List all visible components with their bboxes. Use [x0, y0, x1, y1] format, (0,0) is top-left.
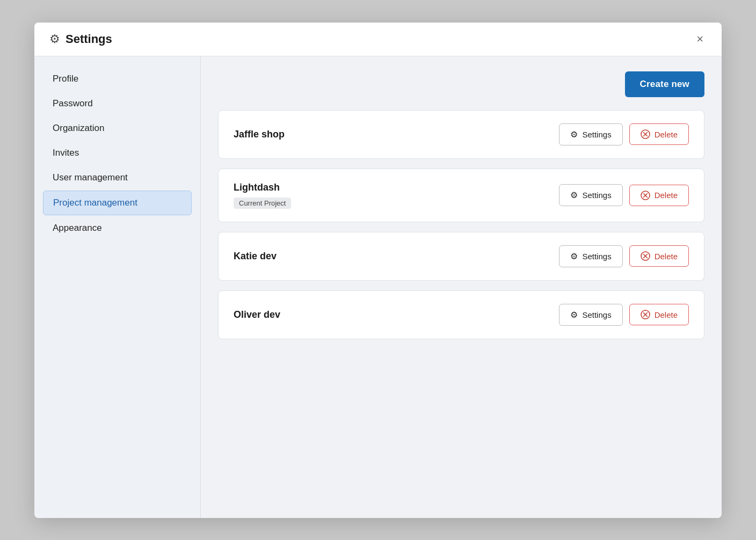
- project-delete-button-katie-dev[interactable]: Delete: [629, 245, 689, 267]
- project-settings-button-katie-dev[interactable]: ⚙ Settings: [559, 245, 622, 267]
- delete-icon: [641, 129, 650, 139]
- settings-icon: ⚙: [570, 190, 578, 200]
- delete-label: Delete: [655, 252, 678, 261]
- settings-label: Settings: [582, 191, 611, 200]
- sidebar-item-profile[interactable]: Profile: [43, 67, 192, 91]
- gear-icon: ⚙: [49, 32, 60, 46]
- project-name: Jaffle shop: [234, 129, 285, 140]
- project-card-lightdash: Lightdash Current Project ⚙ Settings: [218, 169, 704, 222]
- project-settings-button-oliver-dev[interactable]: ⚙ Settings: [559, 304, 622, 326]
- current-project-badge: Current Project: [234, 198, 291, 209]
- settings-label: Settings: [582, 310, 611, 319]
- delete-icon: [641, 191, 650, 200]
- project-name: Oliver dev: [234, 309, 280, 320]
- close-button[interactable]: ×: [693, 32, 707, 46]
- projects-list: Jaffle shop ⚙ Settings Dele: [218, 110, 704, 339]
- project-actions: ⚙ Settings Delete: [559, 245, 689, 267]
- sidebar-item-appearance[interactable]: Appearance: [43, 216, 192, 240]
- sidebar-item-project-management[interactable]: Project management: [43, 191, 192, 215]
- project-info: Jaffle shop: [234, 129, 285, 140]
- modal-body: Profile Password Organization Invites Us…: [34, 56, 722, 518]
- delete-icon: [641, 310, 650, 319]
- delete-label: Delete: [655, 310, 678, 319]
- project-delete-button-lightdash[interactable]: Delete: [629, 185, 689, 206]
- project-settings-button-lightdash[interactable]: ⚙ Settings: [559, 184, 622, 206]
- modal-title-group: ⚙ Settings: [49, 32, 112, 46]
- project-name: Katie dev: [234, 251, 277, 262]
- project-info: Lightdash Current Project: [234, 182, 291, 209]
- delete-label: Delete: [655, 130, 678, 139]
- delete-label: Delete: [655, 191, 678, 200]
- main-top: Create new: [218, 71, 704, 97]
- sidebar-item-password[interactable]: Password: [43, 92, 192, 115]
- project-actions: ⚙ Settings Delete: [559, 184, 689, 206]
- sidebar-item-invites[interactable]: Invites: [43, 141, 192, 165]
- sidebar-item-user-management[interactable]: User management: [43, 166, 192, 189]
- project-card-jaffle-shop: Jaffle shop ⚙ Settings Dele: [218, 110, 704, 159]
- create-new-button[interactable]: Create new: [625, 71, 704, 97]
- project-delete-button-oliver-dev[interactable]: Delete: [629, 304, 689, 325]
- settings-label: Settings: [582, 130, 611, 139]
- settings-modal: ⚙ Settings × Profile Password Organizati…: [34, 23, 722, 518]
- main-content: Create new Jaffle shop ⚙ Settings: [201, 56, 722, 518]
- project-card-oliver-dev: Oliver dev ⚙ Settings Delet: [218, 290, 704, 339]
- project-card-katie-dev: Katie dev ⚙ Settings Delete: [218, 232, 704, 281]
- project-info: Oliver dev: [234, 309, 280, 320]
- settings-label: Settings: [582, 252, 611, 261]
- modal-header: ⚙ Settings ×: [34, 23, 722, 56]
- settings-icon: ⚙: [570, 251, 578, 261]
- delete-icon: [641, 251, 650, 261]
- project-info: Katie dev: [234, 251, 277, 262]
- settings-icon: ⚙: [570, 310, 578, 320]
- project-actions: ⚙ Settings Delete: [559, 304, 689, 326]
- modal-title: Settings: [66, 32, 112, 46]
- project-delete-button-jaffle-shop[interactable]: Delete: [629, 123, 689, 145]
- sidebar-item-organization[interactable]: Organization: [43, 116, 192, 140]
- project-actions: ⚙ Settings Delete: [559, 123, 689, 145]
- project-settings-button-jaffle-shop[interactable]: ⚙ Settings: [559, 123, 622, 145]
- settings-icon: ⚙: [570, 129, 578, 140]
- project-name: Lightdash: [234, 182, 291, 193]
- sidebar: Profile Password Organization Invites Us…: [34, 56, 201, 518]
